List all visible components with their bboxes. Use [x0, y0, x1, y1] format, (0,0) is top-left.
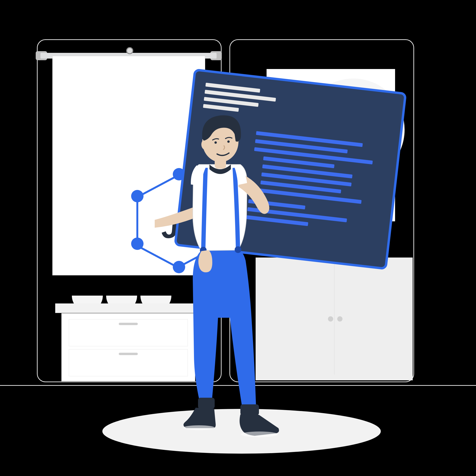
svg-point-2 [183, 425, 215, 430]
drawer-handle-2 [119, 353, 138, 355]
illustration-stage: JS [0, 0, 476, 476]
svg-point-10 [227, 140, 230, 143]
screen-rod-hook [126, 47, 133, 54]
drawer-handle-1 [119, 323, 138, 325]
svg-point-9 [214, 141, 217, 144]
developer-character [155, 108, 288, 444]
cabinet-knob-left [328, 316, 333, 322]
svg-point-5 [235, 246, 241, 253]
cabinet-knob-right [337, 316, 342, 322]
svg-rect-0 [198, 398, 215, 409]
svg-point-3 [241, 431, 278, 437]
cabinet-divider [334, 263, 335, 374]
svg-rect-1 [240, 404, 259, 415]
svg-point-8 [201, 139, 209, 150]
